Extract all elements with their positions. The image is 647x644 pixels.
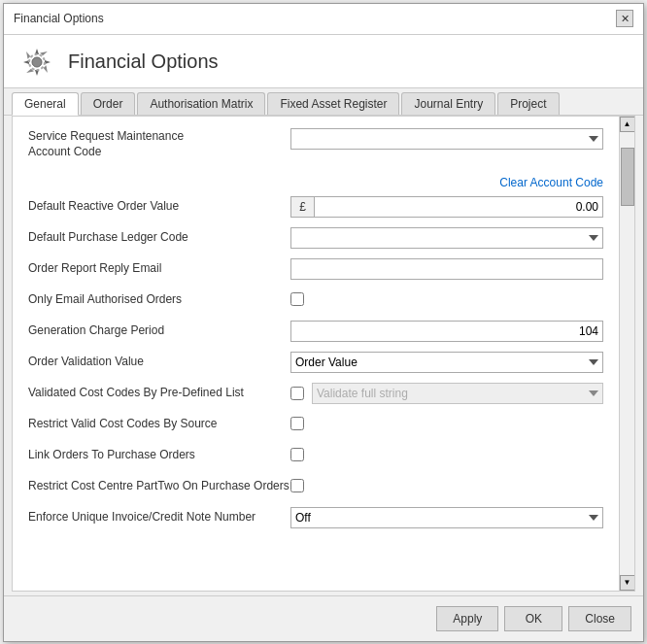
link-orders-label: Link Orders To Purchase Orders <box>28 448 290 463</box>
generation-charge-input[interactable] <box>290 321 603 342</box>
header-title: Financial Options <box>68 51 219 73</box>
order-report-reply-label: Order Report Reply Email <box>28 261 290 277</box>
default-purchase-dropdown[interactable] <box>290 227 603 249</box>
currency-row: £ <box>290 196 603 218</box>
only-email-row: Only Email Authorised Orders <box>28 288 603 312</box>
tab-fixed-asset-register[interactable]: Fixed Asset Register <box>267 92 399 115</box>
restrict-cost-centre-row: Restrict Cost Centre PartTwo On Purchase… <box>28 475 603 498</box>
link-orders-row: Link Orders To Purchase Orders <box>28 444 603 467</box>
order-report-reply-control <box>290 258 603 280</box>
tabs-bar: General Order Authorisation Matrix Fixed… <box>4 88 643 116</box>
restrict-valid-cost-checkbox[interactable] <box>290 417 304 430</box>
scrollbar-up-button[interactable]: ▲ <box>620 117 635 132</box>
default-purchase-row: Default Purchase Ledger Code <box>28 226 603 250</box>
generation-charge-control <box>290 321 603 342</box>
spacer1 <box>28 168 603 176</box>
validated-cost-codes-control: Validate full string Validate partial st… <box>290 383 603 404</box>
only-email-checkbox[interactable] <box>290 292 304 306</box>
generation-charge-label: Generation Charge Period <box>28 323 290 339</box>
link-orders-control <box>290 448 603 464</box>
service-request-dropdown[interactable] <box>290 128 603 150</box>
service-request-control <box>290 128 603 150</box>
validated-cost-codes-label: Validated Cost Codes By Pre-Defined List <box>28 386 290 401</box>
order-validation-dropdown[interactable]: Order Value Budget None <box>290 352 603 373</box>
link-orders-checkbox[interactable] <box>290 448 304 461</box>
restrict-valid-cost-row: Restrict Valid Cost Codes By Source <box>28 413 603 436</box>
enforce-unique-control: Off On <box>290 507 603 528</box>
only-email-control <box>290 292 603 309</box>
enforce-unique-dropdown[interactable]: Off On <box>290 507 603 528</box>
order-validation-row: Order Validation Value Order Value Budge… <box>28 351 603 374</box>
enforce-unique-row: Enforce Unique Invoice/Credit Note Numbe… <box>28 506 603 529</box>
service-request-row: Service Request Maintenance Account Code <box>28 126 603 161</box>
close-button[interactable]: Close <box>568 606 631 631</box>
order-validation-control: Order Value Budget None <box>290 352 603 373</box>
restrict-cost-centre-control <box>290 479 603 495</box>
footer-area: Apply OK Close <box>4 595 643 641</box>
tab-general[interactable]: General <box>12 92 79 116</box>
service-request-label: Service Request Maintenance Account Code <box>28 128 290 161</box>
default-reactive-row: Default Reactive Order Value £ <box>28 195 603 219</box>
default-purchase-control <box>290 227 603 249</box>
enforce-unique-label: Enforce Unique Invoice/Credit Note Numbe… <box>28 510 290 525</box>
clear-account-code-link[interactable]: Clear Account Code <box>28 176 603 189</box>
apply-button[interactable]: Apply <box>436 606 498 631</box>
content-area: Service Request Maintenance Account Code… <box>12 116 635 592</box>
order-report-reply-input[interactable] <box>290 258 603 280</box>
title-bar-title: Financial Options <box>14 12 104 25</box>
validated-cost-codes-checkbox[interactable] <box>290 387 304 400</box>
tab-order[interactable]: Order <box>81 92 136 115</box>
svg-point-0 <box>32 57 42 67</box>
tab-project[interactable]: Project <box>497 92 559 115</box>
restrict-cost-centre-label: Restrict Cost Centre PartTwo On Purchase… <box>28 479 290 494</box>
default-purchase-label: Default Purchase Ledger Code <box>28 230 290 246</box>
scrollbar-thumb[interactable] <box>621 148 634 206</box>
scrollbar-down-button[interactable]: ▼ <box>620 575 635 591</box>
scrollbar-track: ▲ ▼ <box>619 117 634 591</box>
validated-cost-codes-row: Validated Cost Codes By Pre-Defined List… <box>28 382 603 405</box>
order-report-reply-row: Order Report Reply Email <box>28 257 603 281</box>
title-bar: Financial Options ✕ <box>4 4 643 35</box>
title-bar-left: Financial Options <box>14 12 104 25</box>
ok-button[interactable]: OK <box>504 606 562 631</box>
restrict-valid-cost-control <box>290 417 603 433</box>
only-email-label: Only Email Authorised Orders <box>28 292 290 308</box>
clear-account-code-container: Clear Account Code <box>28 176 603 189</box>
close-icon[interactable]: ✕ <box>616 10 633 27</box>
financial-options-dialog: Financial Options ✕ Financial Options Ge… <box>3 3 644 642</box>
generation-charge-row: Generation Charge Period <box>28 320 603 343</box>
currency-symbol: £ <box>290 196 314 218</box>
restrict-cost-centre-checkbox[interactable] <box>290 479 304 492</box>
default-reactive-control: £ <box>290 196 603 218</box>
header-section: Financial Options <box>4 35 643 88</box>
tab-authorisation-matrix[interactable]: Authorisation Matrix <box>137 92 265 115</box>
default-reactive-label: Default Reactive Order Value <box>28 199 290 215</box>
financial-options-icon <box>19 45 54 80</box>
validate-full-string-dropdown[interactable]: Validate full string Validate partial st… <box>312 383 603 404</box>
default-reactive-input[interactable] <box>314 196 603 218</box>
form-panel: Service Request Maintenance Account Code… <box>13 117 619 591</box>
restrict-valid-cost-label: Restrict Valid Cost Codes By Source <box>28 417 290 432</box>
tab-journal-entry[interactable]: Journal Entry <box>401 92 495 115</box>
order-validation-label: Order Validation Value <box>28 355 290 370</box>
